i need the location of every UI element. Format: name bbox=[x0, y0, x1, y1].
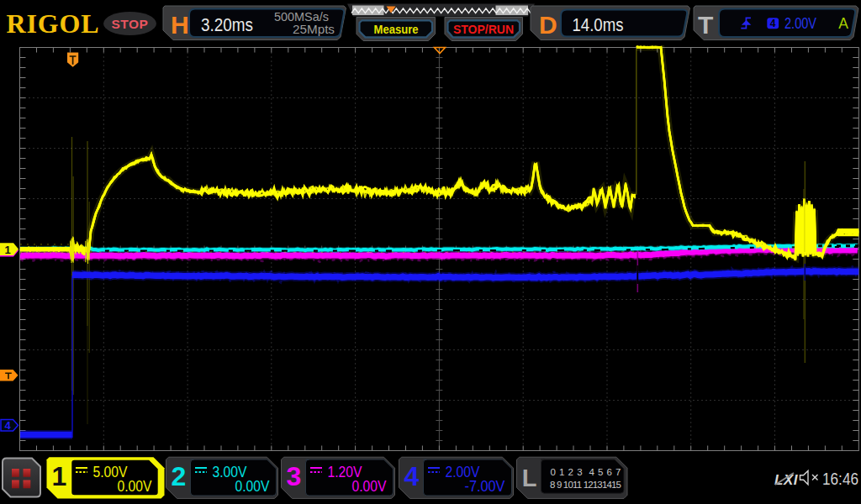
svg-text:0.00V: 0.00V bbox=[352, 478, 387, 495]
svg-text:L: L bbox=[522, 465, 537, 491]
svg-text:-7.00V: -7.00V bbox=[465, 478, 505, 495]
svg-text:0 1 2 3 4 5 6 7: 0 1 2 3 4 5 6 7 bbox=[551, 467, 621, 477]
svg-text:Measure: Measure bbox=[374, 23, 419, 36]
svg-text:T: T bbox=[698, 11, 713, 39]
svg-text:2: 2 bbox=[172, 461, 187, 491]
svg-text:4: 4 bbox=[4, 419, 11, 432]
svg-text:RIGOL: RIGOL bbox=[7, 8, 99, 39]
svg-text:A: A bbox=[838, 15, 848, 32]
svg-text:3.20ms: 3.20ms bbox=[201, 14, 253, 35]
svg-text:1: 1 bbox=[4, 244, 10, 256]
svg-text:14.0ms: 14.0ms bbox=[573, 14, 624, 35]
svg-text:H: H bbox=[171, 11, 189, 39]
svg-text:LXI: LXI bbox=[774, 472, 799, 488]
svg-text:4: 4 bbox=[404, 461, 420, 491]
svg-text:3: 3 bbox=[287, 461, 302, 491]
svg-text:D: D bbox=[539, 11, 557, 39]
svg-text:16:46: 16:46 bbox=[822, 470, 858, 488]
svg-text:4: 4 bbox=[770, 18, 776, 29]
svg-text:8 9 1011 12131415: 8 9 1011 12131415 bbox=[550, 480, 621, 490]
svg-text:2.00V: 2.00V bbox=[784, 15, 816, 32]
svg-text:25Mpts: 25Mpts bbox=[293, 22, 335, 36]
svg-text:1: 1 bbox=[52, 461, 67, 491]
svg-text:0.00V: 0.00V bbox=[235, 478, 270, 495]
svg-text:STOP/RUN: STOP/RUN bbox=[453, 23, 514, 36]
svg-text:0.00V: 0.00V bbox=[118, 478, 152, 495]
svg-text:STOP: STOP bbox=[112, 17, 149, 31]
